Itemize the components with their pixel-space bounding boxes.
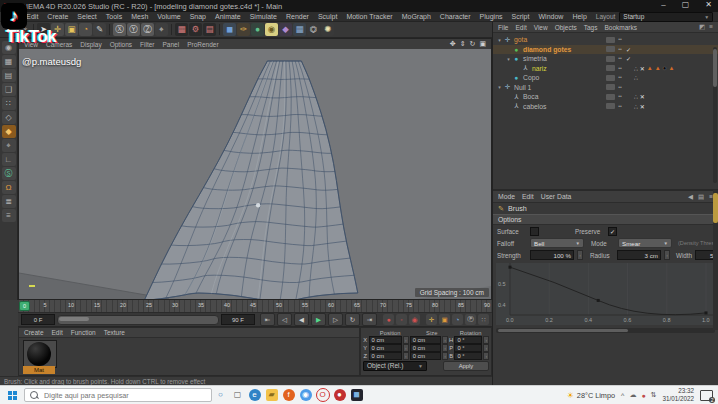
object-row-nariz[interactable]: ⅄nariz••∴✕▲▲●▲ [493, 64, 718, 74]
timeline-playhead[interactable]: 0 [19, 301, 30, 311]
stepper-icon[interactable]: ↕ [442, 352, 448, 360]
file-explorer-app-icon[interactable]: ▰ [263, 386, 280, 404]
xpresso-tag-icon[interactable]: ∴ [634, 65, 638, 72]
edges-mode-icon[interactable]: ◇ [2, 111, 16, 124]
filter-icon[interactable]: ▤ [698, 193, 704, 201]
rotation-b-field[interactable]: 0 ° [454, 352, 482, 360]
radius-field[interactable]: 3 cm [617, 250, 661, 260]
menu-volume[interactable]: Volume [157, 13, 180, 20]
taskbar-clock[interactable]: 23:32 31/01/2022 [662, 387, 694, 402]
loop-mode-button[interactable]: ↻ [345, 313, 360, 326]
menu-render[interactable]: Render [286, 13, 309, 20]
material-swatch[interactable] [23, 340, 57, 368]
object-manager-menu-view[interactable]: View [534, 24, 548, 31]
stepper-icon[interactable]: ↕ [403, 336, 409, 344]
weight-tag-icon[interactable]: ▲ [668, 65, 674, 71]
stepper-icon[interactable]: ↕ [483, 352, 489, 360]
menu-simulate[interactable]: Simulate [250, 13, 277, 20]
object-manager-menu-tags[interactable]: Tags [584, 24, 598, 31]
position-z-field[interactable]: 0 cm [369, 352, 402, 360]
add-primitive-cube-icon[interactable]: ◼ [223, 23, 236, 36]
points-mode-icon[interactable]: ∷ [2, 97, 16, 110]
viewport-menu-prorender[interactable]: ProRender [187, 41, 218, 48]
pen-spline-icon[interactable]: ✑ [237, 23, 250, 36]
x-axis-lock-icon[interactable]: Ⓧ [113, 23, 126, 36]
attribute-manager-hscrollbar[interactable] [496, 328, 715, 333]
goto-start-button[interactable]: ⇤ [260, 313, 275, 326]
layer-chip-icon[interactable] [606, 94, 615, 100]
layers-lock-icon[interactable]: ≣ [2, 195, 16, 208]
autokey-button[interactable]: ◦ [396, 314, 407, 325]
c4d-app-icon[interactable]: ◼ [348, 386, 365, 404]
timeline-range-slider[interactable] [57, 315, 219, 325]
render-queue-icon[interactable]: ▤ [203, 23, 216, 36]
maximize-button[interactable]: ▢ [682, 0, 690, 9]
object-row-null-1[interactable]: ▾✛Null 1•• [493, 83, 718, 93]
layer-chip-icon[interactable] [606, 56, 615, 62]
menu-snap[interactable]: Snap [190, 13, 206, 20]
stepper-icon[interactable]: ↕ [577, 250, 583, 260]
visibility-dots-icon[interactable]: •• [617, 85, 623, 90]
menu-character[interactable]: Character [440, 13, 471, 20]
task-view-button[interactable]: ▢ [229, 386, 246, 404]
menu-create[interactable]: Create [47, 13, 68, 20]
chrome-app-icon[interactable]: ◉ [297, 386, 314, 404]
onedrive-icon[interactable]: ☁ [629, 391, 636, 399]
xpresso-tag-icon[interactable]: ∴ [634, 74, 638, 81]
stepper-icon[interactable]: ↕ [442, 336, 448, 344]
object-row-cabelos[interactable]: ⅄cabelos••∴✕ [493, 102, 718, 112]
snap-icon[interactable]: Ⓢ [2, 167, 16, 180]
panel-menu-icon[interactable]: ≡ [709, 23, 713, 31]
layer-chip-icon[interactable] [606, 75, 615, 81]
zoom-view-icon[interactable]: ⇕ [460, 40, 466, 48]
workplane-mode-icon[interactable]: ∟ [2, 153, 16, 166]
camera-icon[interactable]: ⏣ [307, 23, 320, 36]
layer-chip-icon[interactable] [606, 103, 615, 109]
menu-help[interactable]: Help [572, 13, 586, 20]
light-icon[interactable]: ✺ [321, 23, 334, 36]
object-row-copo[interactable]: ●Copo••∴ [493, 73, 718, 83]
xpresso-tag-icon[interactable]: ∴ [634, 93, 638, 100]
search-input[interactable] [42, 390, 206, 401]
expand-toggle-icon[interactable]: ▾ [496, 84, 503, 90]
weather-widget[interactable]: ☀ 28°C Limpo [567, 391, 615, 400]
menu-mesh[interactable]: Mesh [131, 13, 148, 20]
record-keyframe-button[interactable]: ● [383, 314, 394, 325]
viewport-menu-options[interactable]: Options [110, 41, 132, 48]
visibility-dots-icon[interactable]: •• [617, 37, 623, 42]
stepper-icon[interactable]: ↕ [403, 352, 409, 360]
viewport-menu-filter[interactable]: Filter [140, 41, 154, 48]
start-button[interactable] [0, 386, 24, 404]
viewport-menu-display[interactable]: Display [80, 41, 101, 48]
layer-chip-icon[interactable] [606, 46, 615, 52]
render-view-icon[interactable]: ▦ [175, 23, 188, 36]
object-manager-scrollbar[interactable] [713, 47, 717, 183]
menu-mograph[interactable]: MoGraph [402, 13, 431, 20]
deformer-icon[interactable]: ◉ [265, 23, 278, 36]
visibility-dots-icon[interactable]: •• [617, 94, 623, 99]
close-button[interactable]: ✕ [705, 0, 712, 9]
lock-icon[interactable]: ◩ [699, 23, 705, 31]
object-row-simetria[interactable]: ▾●simetria••✓ [493, 54, 718, 64]
menu-edit[interactable]: Edit [26, 13, 38, 20]
subdivision-surface-icon[interactable]: ● [251, 23, 264, 36]
keys-pla-toggle[interactable]: ∷ [478, 314, 489, 325]
coordinate-space-select[interactable]: Object (Rel.) ▼ [363, 361, 427, 371]
hidden-icons-chevron[interactable]: ^ [621, 392, 624, 399]
next-frame-button[interactable]: ▷ [328, 313, 343, 326]
stepper-icon[interactable]: ↕ [483, 336, 489, 344]
previous-frame-button[interactable]: ◀ [294, 313, 309, 326]
menu-select[interactable]: Select [77, 13, 96, 20]
rotation-p-field[interactable]: 0 ° [454, 344, 482, 352]
network-icon[interactable]: ⇅ [651, 391, 657, 399]
visibility-dots-icon[interactable]: •• [617, 104, 623, 109]
minimize-button[interactable]: – [661, 0, 665, 9]
opera-app-icon[interactable]: O [314, 386, 331, 404]
menu-plugins[interactable]: Plugins [480, 13, 503, 20]
stepper-icon[interactable]: ↕ [664, 250, 670, 260]
brave-app-icon[interactable]: ● [331, 386, 348, 404]
material-menu-edit[interactable]: Edit [52, 329, 63, 336]
timeline-ruler[interactable]: 0 51015202530354045505560657075808590 [18, 300, 492, 312]
uv-mode-icon[interactable]: ▤ [2, 69, 16, 82]
firefox-app-icon[interactable]: f [280, 386, 297, 404]
